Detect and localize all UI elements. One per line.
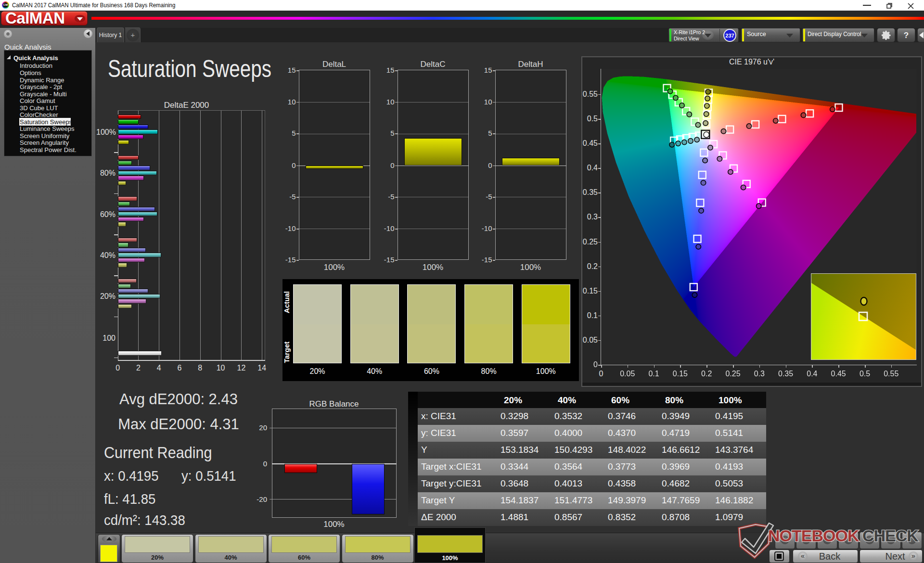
svg-text:CHECK: CHECK bbox=[862, 526, 919, 545]
svg-text:NOTEBOOK: NOTEBOOK bbox=[768, 526, 860, 545]
